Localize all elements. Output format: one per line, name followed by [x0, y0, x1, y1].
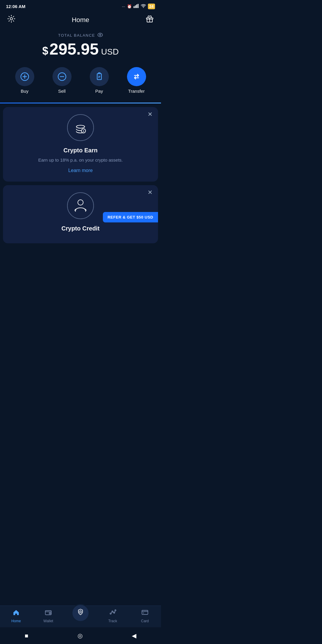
eye-icon[interactable] [97, 33, 103, 38]
pay-icon [90, 67, 109, 86]
svg-point-5 [10, 18, 13, 20]
battery-indicator: 24 [148, 4, 155, 9]
settings-icon[interactable] [7, 15, 16, 25]
transfer-icon [127, 67, 146, 86]
credit-card-title: Crypto Credit [10, 225, 151, 232]
svg-rect-3 [137, 4, 138, 8]
pay-label: Pay [95, 89, 103, 94]
sell-action[interactable]: Sell [52, 67, 72, 94]
earn-card-title: Crypto Earn [10, 147, 151, 154]
balance-section: TOTAL BALANCE $ 295.95 USD [0, 30, 161, 67]
earn-card-description: Earn up to 18% p.a. on your crypto asset… [10, 157, 151, 164]
transfer-action[interactable]: Transfer [127, 67, 146, 94]
close-earn-card-button[interactable]: ✕ [148, 111, 153, 117]
wifi-icon [141, 4, 146, 9]
svg-text:$: $ [83, 130, 84, 133]
transfer-label: Transfer [128, 89, 145, 94]
svg-point-9 [100, 34, 101, 36]
sell-icon [52, 67, 72, 86]
alarm-icon: ⏰ [127, 4, 132, 9]
dollar-sign: $ [42, 45, 48, 57]
svg-point-4 [143, 7, 143, 8]
currency-label: USD [101, 47, 119, 57]
close-credit-card-button[interactable]: ✕ [148, 189, 153, 195]
balance-label: TOTAL BALANCE [6, 33, 155, 38]
buy-icon [15, 67, 34, 86]
svg-rect-2 [136, 4, 137, 8]
sell-label: Sell [58, 89, 66, 94]
pay-action[interactable]: Pay [90, 67, 109, 94]
signal-icon [134, 4, 139, 9]
action-row: Buy Sell Pay T [0, 67, 161, 103]
page-title: Home [72, 16, 89, 24]
crypto-credit-card: ✕ REFER & GET $50 USD Crypto Credit [3, 185, 158, 243]
learn-more-link[interactable]: Learn more [10, 168, 151, 173]
cards-section: ✕ $ Crypto Earn Earn up to 18% p.a. on y… [0, 103, 161, 243]
status-bar: 12:06 AM ··· ⏰ 24 [0, 0, 161, 12]
dots-icon: ··· [122, 4, 125, 9]
svg-point-17 [133, 73, 140, 80]
status-icons: ··· ⏰ 24 [122, 4, 155, 9]
status-time: 12:06 AM [6, 4, 25, 9]
gift-icon[interactable] [145, 15, 154, 25]
credit-icon [67, 192, 94, 219]
earn-icon: $ [67, 114, 94, 141]
svg-point-8 [98, 33, 103, 37]
balance-number: 295.95 [49, 40, 99, 58]
crypto-earn-card: ✕ $ Crypto Earn Earn up to 18% p.a. on y… [3, 107, 158, 182]
refer-badge[interactable]: REFER & GET $50 USD [103, 212, 158, 222]
header: Home [0, 12, 161, 30]
svg-point-25 [78, 200, 83, 205]
svg-rect-1 [135, 5, 136, 8]
balance-amount: $ 295.95 USD [6, 40, 155, 58]
buy-label: Buy [21, 89, 29, 94]
buy-action[interactable]: Buy [15, 67, 34, 94]
svg-rect-0 [134, 6, 134, 8]
